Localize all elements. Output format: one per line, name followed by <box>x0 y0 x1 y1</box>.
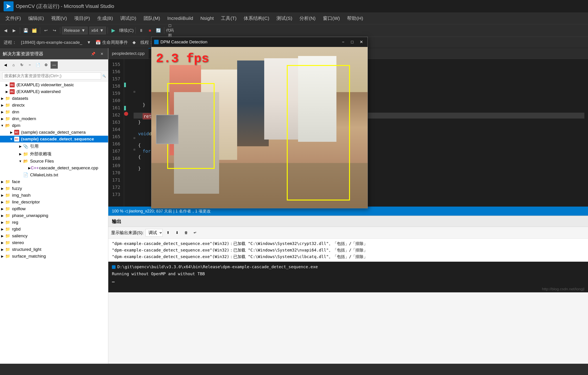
expand-arrow[interactable]: ▶ <box>0 180 4 183</box>
tree-item[interactable]: ▶ 📁 surface_matching <box>0 253 108 260</box>
fold-icon[interactable]: ⊟ <box>134 147 138 152</box>
expand-arrow[interactable]: ▶ <box>0 255 4 258</box>
expand-arrow[interactable]: ▼ <box>0 124 4 127</box>
menu-file[interactable]: 文件(F) <box>2 14 24 23</box>
expand-arrow[interactable]: ▶ <box>0 117 4 120</box>
expand-arrow[interactable]: ▶ <box>0 97 4 100</box>
menu-edit[interactable]: 编辑(E) <box>25 14 47 23</box>
expand-arrow[interactable]: ▶ <box>0 214 4 217</box>
tree-item[interactable]: ▶ 📁 rgbd <box>0 226 108 233</box>
menu-window[interactable]: 窗口(W) <box>320 14 343 23</box>
expand-arrow[interactable]: ▶ <box>0 103 4 107</box>
tree-item[interactable]: ▶ 📁 line_descriptor <box>0 199 108 205</box>
config-dropdown[interactable]: Release ▼ <box>62 27 88 34</box>
restart-button[interactable]: 🔄 <box>155 27 162 34</box>
output-scroll-top[interactable]: ⬆ <box>165 229 172 236</box>
tree-item[interactable]: ▶ 📁 datasets <box>0 95 108 102</box>
expand-arrow[interactable]: ▶ <box>18 144 22 148</box>
tree-item[interactable]: ▶ 📁 stereo <box>0 239 108 246</box>
tree-item[interactable]: ▶ 📁 dnn <box>0 109 108 115</box>
back-button[interactable]: ◀ <box>2 27 10 34</box>
tree-item[interactable]: ▶ 📁 saliency <box>0 233 108 239</box>
stop-button[interactable]: ■ <box>146 27 154 34</box>
redo-button[interactable]: ↪ <box>51 27 58 34</box>
active-button[interactable]: — <box>51 61 58 69</box>
forward-button[interactable]: ▶ <box>10 27 18 34</box>
expand-arrow[interactable]: ▶ <box>4 83 9 87</box>
expand-arrow[interactable]: ▶ <box>18 152 22 156</box>
tree-item[interactable]: ▶ 📁 reg <box>0 219 108 226</box>
tree-item[interactable]: ▶ 📁 dnn_modern <box>0 115 108 122</box>
menu-tools[interactable]: 工具(T) <box>218 14 240 23</box>
tree-source-files[interactable]: ▼ 📂 Source Files <box>0 158 108 165</box>
tree-item[interactable]: ▶ 📁 directx <box>0 102 108 109</box>
tree-item[interactable]: ▼ 📂 dpm <box>0 122 108 129</box>
menu-incredibuild[interactable]: IncrediiBuild <box>164 14 196 22</box>
continue-button[interactable]: ▶ <box>110 27 117 34</box>
expand-arrow[interactable]: ▶ <box>9 130 13 134</box>
tree-item[interactable]: ▶ 📁 fuzzy <box>0 185 108 192</box>
dpm-close-button[interactable]: ✕ <box>358 39 365 45</box>
expand-arrow[interactable]: ▶ <box>0 227 4 231</box>
tree-item[interactable]: ▶ 📁 phase_unwrapping <box>0 212 108 219</box>
tree-item[interactable]: ▶ 📁 structured_light <box>0 246 108 253</box>
expand-arrow[interactable]: ▶ <box>0 248 4 251</box>
expand-arrow[interactable]: ▶ <box>0 187 4 190</box>
close-panel-button[interactable]: ✕ <box>98 50 105 57</box>
tree-item[interactable]: ▶ RC (EXAMPLE) videowriter_basic <box>0 82 108 88</box>
tree-item[interactable]: ▶ 📁 face <box>0 178 108 185</box>
pin-button[interactable]: 📌 <box>90 50 97 57</box>
nav-home-button[interactable]: ⌂ <box>10 61 17 69</box>
menu-nsight[interactable]: Nsight <box>197 14 217 22</box>
expand-arrow[interactable]: ▶ <box>0 221 4 224</box>
menu-analyze[interactable]: 分析(N) <box>296 14 319 23</box>
menu-team[interactable]: 团队(M) <box>140 14 163 23</box>
tree-item[interactable]: ▶ 📎 引用 <box>0 142 108 150</box>
platform-dropdown[interactable]: x64 ▼ <box>89 27 106 34</box>
properties-button[interactable]: ⚙ <box>42 61 50 69</box>
menu-help[interactable]: 帮助(H) <box>344 14 366 23</box>
tree-item[interactable]: ▶ 📄 CMakeLists.txt <box>0 171 108 178</box>
menu-arch[interactable]: 体系结构(C) <box>241 14 272 23</box>
code-btn[interactable]: ◻ 代码图 <box>166 27 174 34</box>
menu-build[interactable]: 生成(B) <box>94 14 116 23</box>
expand-arrow[interactable]: ▼ <box>9 137 13 141</box>
expand-arrow[interactable]: ▶ <box>0 110 4 114</box>
menu-project[interactable]: 项目(P) <box>71 14 93 23</box>
solution-tree[interactable]: ▶ RC (EXAMPLE) videowriter_basic ▶ RC (E… <box>0 82 108 364</box>
fold-icon[interactable]: ⊟ <box>134 90 138 94</box>
expand-arrow[interactable]: ▶ <box>0 207 4 211</box>
fold-icon[interactable]: ⊟ <box>134 136 138 141</box>
dpm-maximize-button[interactable]: □ <box>349 39 356 45</box>
tree-item[interactable]: ▶ RC (sample) cascade_detect_camera <box>0 129 108 136</box>
search-input[interactable] <box>2 73 101 79</box>
undo-button[interactable]: ↩ <box>42 27 50 34</box>
output-source-select[interactable]: 调试 <box>146 229 163 237</box>
tree-item[interactable]: ▶ 📁 外部依赖项 <box>0 150 108 158</box>
expand-arrow[interactable]: ▶ <box>4 90 9 94</box>
output-word-wrap[interactable]: ↵ <box>191 229 199 236</box>
menu-test[interactable]: 测试(S) <box>273 14 295 23</box>
menu-view[interactable]: 视图(V) <box>48 14 70 23</box>
expand-arrow[interactable]: ▼ <box>18 159 22 163</box>
nav-back-button[interactable]: ◀ <box>2 61 9 69</box>
expand-arrow[interactable]: ▶ <box>0 234 4 238</box>
output-scroll-bottom[interactable]: ⬇ <box>174 229 181 236</box>
tree-item[interactable]: ▶ 📁 img_hash <box>0 192 108 199</box>
expand-arrow[interactable]: ▶ <box>0 200 4 204</box>
output-clear[interactable]: 🗑 <box>183 229 190 236</box>
collapse-button[interactable]: − <box>26 61 33 69</box>
dpm-minimize-button[interactable]: − <box>340 39 347 45</box>
tree-item[interactable]: ▶ C++ cascade_detect_sequence.cpp <box>0 165 108 171</box>
save-button[interactable]: 💾 <box>22 27 30 34</box>
save-all-button[interactable]: 🗂️ <box>31 27 38 34</box>
expand-arrow[interactable]: ▶ <box>0 193 4 197</box>
tree-item[interactable]: ▶ 📁 optflow <box>0 205 108 212</box>
show-all-files-button[interactable]: 📄 <box>34 61 42 69</box>
tree-item[interactable]: ▶ RC (EXAMPLE) watershed <box>0 88 108 95</box>
refresh-button[interactable]: ↻ <box>18 61 25 69</box>
pause-button[interactable]: ⏸ <box>137 27 145 34</box>
zoom-level[interactable]: 100 % ◁ jiaolong_x220; 837 天前 | 1 名作者，1 … <box>112 208 211 214</box>
menu-debug[interactable]: 调试(D) <box>117 14 139 23</box>
tree-item-active[interactable]: ▼ RC (sample) cascade_detect_sequence <box>0 136 108 142</box>
